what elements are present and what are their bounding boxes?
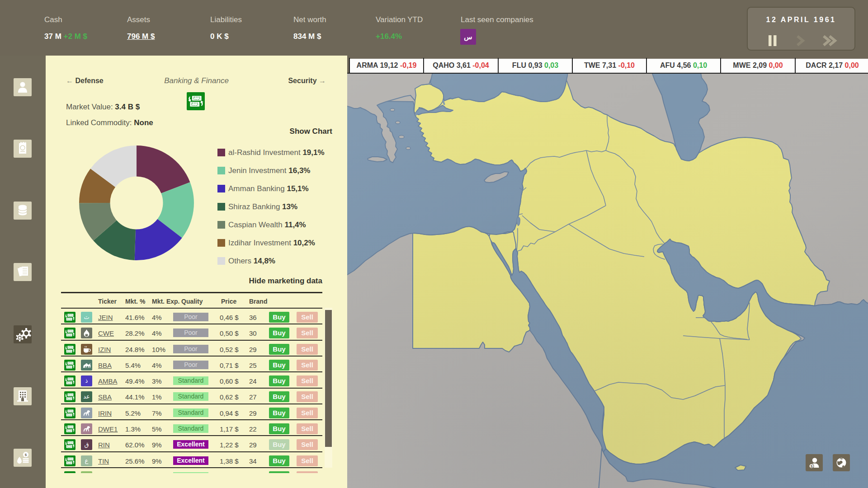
svg-text:$: $: [811, 464, 813, 469]
svg-text:$: $: [25, 453, 27, 457]
